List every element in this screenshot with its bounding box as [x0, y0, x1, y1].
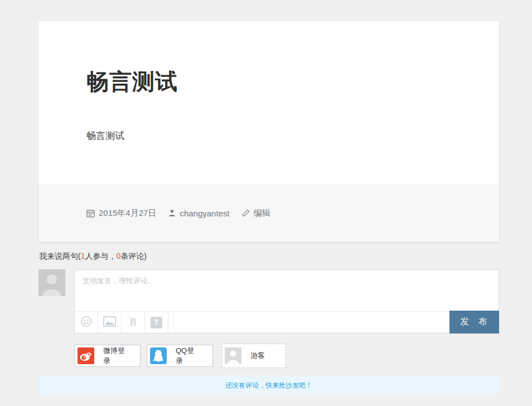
- participants-suffix: 人参与，: [85, 252, 116, 260]
- weibo-login-label: 微博登录: [94, 346, 137, 366]
- calendar-icon: [86, 209, 95, 218]
- article-entry: 畅言测试 畅言测试: [38, 21, 499, 184]
- weibo-login-button[interactable]: 微博登录: [74, 345, 141, 367]
- meta-author[interactable]: changyantest: [168, 209, 229, 218]
- meta-date: 2015年4月27日: [86, 208, 156, 219]
- comment-header-prefix: 我来说两句(: [39, 252, 81, 260]
- image-icon: [103, 316, 116, 329]
- qq-login-button[interactable]: QQ登录: [147, 345, 213, 367]
- user-icon: [168, 209, 176, 217]
- textstyle-icon: T: [151, 317, 162, 328]
- meta-edit[interactable]: 编辑: [242, 208, 270, 219]
- qq-login-label: QQ登录: [167, 346, 210, 366]
- login-row: 微博登录 QQ登录: [74, 344, 499, 368]
- bold-icon: B: [129, 317, 136, 328]
- pencil-icon: [242, 209, 250, 217]
- smiley-icon: [80, 316, 92, 330]
- text-style-button[interactable]: T: [145, 312, 168, 333]
- meta-date-text: 2015年4月27日: [99, 208, 156, 219]
- bold-button[interactable]: B: [122, 312, 145, 333]
- comment-compose-box: B T 发 布: [74, 269, 499, 334]
- meta-author-link[interactable]: changyantest: [180, 209, 229, 218]
- guest-login-button[interactable]: 游客: [221, 344, 286, 368]
- guest-login-label: 游客: [241, 351, 276, 361]
- meta-edit-link[interactable]: 编辑: [254, 208, 270, 219]
- weibo-icon: [78, 347, 94, 364]
- page-title: 畅言测试: [86, 68, 451, 95]
- empty-comments-link[interactable]: 还没有评论，快来抢沙发吧！: [225, 381, 312, 390]
- guest-avatar-icon: [225, 347, 241, 364]
- comments-suffix: 条评论): [120, 252, 147, 260]
- empty-comments-bar: 还没有评论，快来抢沙发吧！: [38, 376, 499, 395]
- page: 畅言测试 畅言测试 2015年4月27日: [0, 0, 532, 406]
- qq-penguin-icon: [150, 347, 167, 364]
- emoji-button[interactable]: [75, 312, 98, 333]
- insert-image-button[interactable]: [98, 312, 122, 333]
- comment-input[interactable]: [75, 270, 499, 311]
- comment-section-header: 我来说两句(1人参与，0条评论): [38, 248, 499, 269]
- avatar: [38, 269, 65, 296]
- article-meta-footer: 2015年4月27日 changyantest 编辑: [38, 184, 499, 242]
- article-body-text: 畅言测试: [86, 129, 451, 142]
- comment-widget: 我来说两句(1人参与，0条评论): [38, 248, 499, 368]
- compose-toolbar: B T: [75, 311, 499, 333]
- publish-button[interactable]: 发 布: [449, 311, 499, 334]
- article-card: 畅言测试 畅言测试 2015年4月27日: [38, 21, 499, 242]
- compose-row: B T 发 布: [38, 269, 499, 334]
